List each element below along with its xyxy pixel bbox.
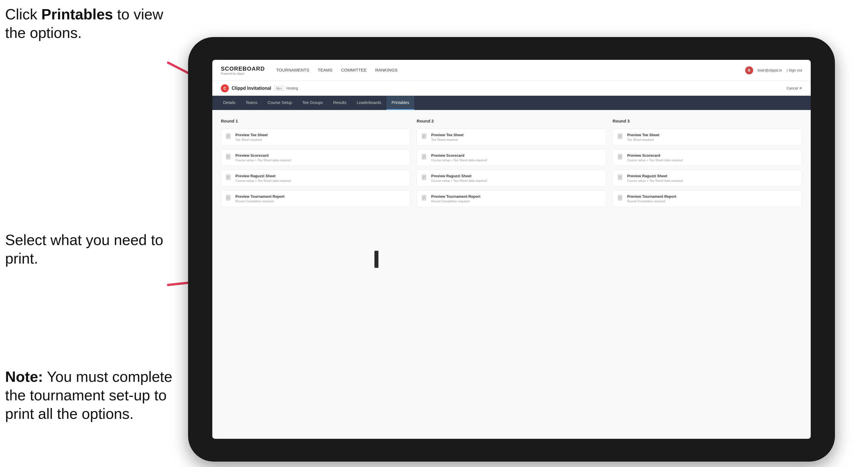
print-card-r1-c3[interactable]: Preview Raguzzi SheetCourse setup + Tee … xyxy=(221,169,410,187)
print-card-r3-c2[interactable]: Preview ScorecardCourse setup + Tee Shee… xyxy=(613,149,802,166)
user-avatar: B xyxy=(745,66,753,74)
print-card-text: Preview ScorecardCourse setup + Tee Shee… xyxy=(431,153,487,162)
print-card-sub: Course setup + Tee Sheet data required xyxy=(627,158,683,162)
print-card-r1-c4[interactable]: Preview Tournament ReportRound Completio… xyxy=(221,190,410,207)
annotation-top: Click Printables to view the options. xyxy=(5,5,165,42)
document-icon xyxy=(422,195,428,202)
annotation-top-text1: Click xyxy=(5,6,41,23)
document-icon xyxy=(226,195,232,202)
print-card-sub: Tee Sheet required xyxy=(431,138,463,141)
print-card-sub: Course setup + Tee Sheet data required xyxy=(431,179,487,182)
annotation-mid: Select what you need to print. xyxy=(5,231,165,268)
tablet-side-button xyxy=(374,251,378,268)
round-3-title: Round 3 xyxy=(613,119,802,123)
tournament-badge: Men xyxy=(274,86,284,91)
nav-link-rankings[interactable]: RANKINGS xyxy=(375,66,398,74)
tab-tee-groups[interactable]: Tee Groups xyxy=(297,96,328,110)
tab-course-setup[interactable]: Course Setup xyxy=(262,96,297,110)
print-card-sub: Round Completion required xyxy=(627,199,676,203)
annotation-mid-text: Select what you need to print. xyxy=(5,232,163,267)
annotation-bottom: Note: You must complete the tournament s… xyxy=(5,368,176,423)
document-icon xyxy=(422,175,428,182)
print-card-sub: Round Completion required xyxy=(236,199,284,203)
print-card-title: Preview Tournament Report xyxy=(431,194,480,198)
print-card-text: Preview ScorecardCourse setup + Tee Shee… xyxy=(627,153,683,162)
print-card-sub: Round Completion required xyxy=(431,199,480,203)
print-card-text: Preview ScorecardCourse setup + Tee Shee… xyxy=(236,153,291,162)
annotation-bottom-bold: Note: xyxy=(5,368,43,385)
print-card-r1-c2[interactable]: Preview ScorecardCourse setup + Tee Shee… xyxy=(221,149,410,166)
annotation-top-bold: Printables xyxy=(41,6,113,23)
main-content: Round 1 Preview Tee SheetTee Sheet requi… xyxy=(212,110,811,439)
nav-link-teams[interactable]: TEAMS xyxy=(318,66,333,74)
nav-link-committee[interactable]: COMMITTEE xyxy=(341,66,367,74)
print-card-sub: Course setup + Tee Sheet data required xyxy=(627,179,683,182)
top-nav-links: TOURNAMENTS TEAMS COMMITTEE RANKINGS xyxy=(276,66,745,74)
top-nav: SCOREBOARD Powered by clippd TOURNAMENTS… xyxy=(212,60,811,81)
print-card-title: Preview Scorecard xyxy=(431,153,487,158)
print-card-r1-c1[interactable]: Preview Tee SheetTee Sheet required xyxy=(221,128,410,146)
print-card-text: Preview Raguzzi SheetCourse setup + Tee … xyxy=(627,174,683,182)
tournament-logo: C xyxy=(221,84,229,92)
print-card-r2-c3[interactable]: Preview Raguzzi SheetCourse setup + Tee … xyxy=(416,169,606,187)
print-card-title: Preview Tournament Report xyxy=(236,194,284,198)
print-card-sub: Course setup + Tee Sheet data required xyxy=(431,158,487,162)
round-column-1: Round 1 Preview Tee SheetTee Sheet requi… xyxy=(221,119,410,207)
tablet-frame: SCOREBOARD Powered by clippd TOURNAMENTS… xyxy=(188,37,835,462)
cancel-button[interactable]: Cancel ✕ xyxy=(786,86,802,90)
scoreboard-logo: SCOREBOARD Powered by clippd xyxy=(221,65,265,75)
print-card-title: Preview Raguzzi Sheet xyxy=(236,174,291,178)
tablet-screen: SCOREBOARD Powered by clippd TOURNAMENTS… xyxy=(212,60,811,439)
logo-subtitle: Powered by clippd xyxy=(221,72,265,75)
print-card-title: Preview Raguzzi Sheet xyxy=(627,174,683,178)
print-card-r3-c3[interactable]: Preview Raguzzi SheetCourse setup + Tee … xyxy=(613,169,802,187)
tab-bar: Details Teams Course Setup Tee Groups Re… xyxy=(212,96,811,110)
tournament-status: Hosting xyxy=(286,86,298,90)
document-icon xyxy=(618,195,624,202)
tab-teams[interactable]: Teams xyxy=(241,96,262,110)
print-card-title: Preview Tournament Report xyxy=(627,194,676,198)
print-card-sub: Course setup + Tee Sheet data required xyxy=(236,179,291,182)
print-card-title: Preview Scorecard xyxy=(236,153,291,158)
print-card-title: Preview Tee Sheet xyxy=(431,133,463,137)
document-icon xyxy=(618,154,624,161)
nav-link-tournaments[interactable]: TOURNAMENTS xyxy=(276,66,309,74)
print-card-text: Preview Tee SheetTee Sheet required xyxy=(627,133,659,141)
sign-out-link[interactable]: | Sign out xyxy=(786,68,802,72)
user-email: blair@clippd.io xyxy=(758,68,782,72)
tournament-name: Clippd Invitational xyxy=(232,86,271,91)
print-card-r3-c1[interactable]: Preview Tee SheetTee Sheet required xyxy=(613,128,802,146)
print-card-text: Preview Raguzzi SheetCourse setup + Tee … xyxy=(431,174,487,182)
print-card-r2-c4[interactable]: Preview Tournament ReportRound Completio… xyxy=(416,190,606,207)
document-icon xyxy=(226,175,232,182)
logo-title: SCOREBOARD xyxy=(221,65,265,72)
document-icon xyxy=(226,133,232,141)
tournament-bar: C Clippd Invitational Men Hosting Cancel… xyxy=(212,81,811,96)
top-nav-right: B blair@clippd.io | Sign out xyxy=(745,66,802,74)
tab-results[interactable]: Results xyxy=(328,96,352,110)
round-column-2: Round 2 Preview Tee SheetTee Sheet requi… xyxy=(416,119,606,207)
tab-printables[interactable]: Printables xyxy=(386,96,414,110)
document-icon xyxy=(618,133,624,141)
print-card-title: Preview Tee Sheet xyxy=(236,133,268,137)
print-card-r2-c1[interactable]: Preview Tee SheetTee Sheet required xyxy=(416,128,606,146)
tab-details[interactable]: Details xyxy=(218,96,241,110)
print-card-r2-c2[interactable]: Preview ScorecardCourse setup + Tee Shee… xyxy=(416,149,606,166)
print-card-text: Preview Tournament ReportRound Completio… xyxy=(236,194,284,203)
print-card-text: Preview Tournament ReportRound Completio… xyxy=(431,194,480,203)
print-card-text: Preview Tee SheetTee Sheet required xyxy=(236,133,268,141)
rounds-container: Round 1 Preview Tee SheetTee Sheet requi… xyxy=(221,119,802,207)
print-card-r3-c4[interactable]: Preview Tournament ReportRound Completio… xyxy=(613,190,802,207)
document-icon xyxy=(226,154,232,161)
print-card-sub: Tee Sheet required xyxy=(627,138,659,141)
document-icon xyxy=(422,133,428,141)
round-2-title: Round 2 xyxy=(416,119,606,123)
print-card-text: Preview Tee SheetTee Sheet required xyxy=(431,133,463,141)
document-icon xyxy=(422,154,428,161)
print-card-title: Preview Scorecard xyxy=(627,153,683,158)
print-card-sub: Course setup + Tee Sheet data required xyxy=(236,158,291,162)
print-card-title: Preview Tee Sheet xyxy=(627,133,659,137)
round-column-3: Round 3 Preview Tee SheetTee Sheet requi… xyxy=(613,119,802,207)
print-card-text: Preview Tournament ReportRound Completio… xyxy=(627,194,676,203)
tab-leaderboards[interactable]: Leaderboards xyxy=(352,96,386,110)
